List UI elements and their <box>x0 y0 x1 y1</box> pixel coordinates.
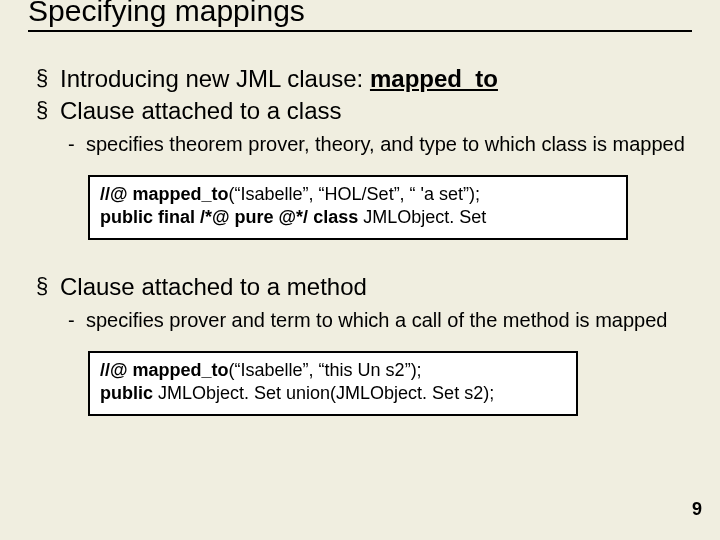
slide: Specifying mappings Introducing new JML … <box>0 0 720 534</box>
sublist-class: specifies theorem prover, theory, and ty… <box>60 132 692 157</box>
page-number: 9 <box>692 499 702 520</box>
code-args: (“Isabelle”, “HOL/Set”, “ 'a set”); <box>229 184 481 204</box>
sub-method-text: specifies prover and term to which a cal… <box>64 308 692 333</box>
code-sig: JMLObject. Set union(JMLObject. Set s2); <box>158 383 494 403</box>
code-annotation: //@ mapped_to <box>100 184 229 204</box>
bullet-intro: Introducing new JML clause: mapped_to <box>36 64 692 94</box>
bullet-class-text: Clause attached to a class <box>60 97 342 124</box>
bullet-list-2: Clause attached to a method specifies pr… <box>28 272 692 333</box>
code-annotation: //@ mapped_to <box>100 360 229 380</box>
code-args: (“Isabelle”, “this Un s2”); <box>229 360 422 380</box>
code-line: public final /*@ pure @*/ class JMLObjec… <box>100 206 616 229</box>
bullet-method-text: Clause attached to a method <box>60 273 367 300</box>
code-decl: public <box>100 383 158 403</box>
code-box-method: //@ mapped_to(“Isabelle”, “this Un s2”);… <box>88 351 578 416</box>
slide-title: Specifying mappings <box>28 0 692 32</box>
code-line: public JMLObject. Set union(JMLObject. S… <box>100 382 566 405</box>
bullet-class: Clause attached to a class specifies the… <box>36 96 692 157</box>
code-box-class: //@ mapped_to(“Isabelle”, “HOL/Set”, “ '… <box>88 175 628 240</box>
sub-class-text: specifies theorem prover, theory, and ty… <box>64 132 692 157</box>
mapped-to-keyword: mapped_to <box>370 65 498 92</box>
code-line: //@ mapped_to(“Isabelle”, “this Un s2”); <box>100 359 566 382</box>
bullet-list: Introducing new JML clause: mapped_to Cl… <box>28 64 692 157</box>
sublist-method: specifies prover and term to which a cal… <box>60 308 692 333</box>
bullet-method: Clause attached to a method specifies pr… <box>36 272 692 333</box>
bullet-intro-text: Introducing new JML clause: <box>60 65 370 92</box>
code-line: //@ mapped_to(“Isabelle”, “HOL/Set”, “ '… <box>100 183 616 206</box>
code-classname: JMLObject. Set <box>363 207 486 227</box>
code-decl: public final /*@ pure @*/ class <box>100 207 363 227</box>
